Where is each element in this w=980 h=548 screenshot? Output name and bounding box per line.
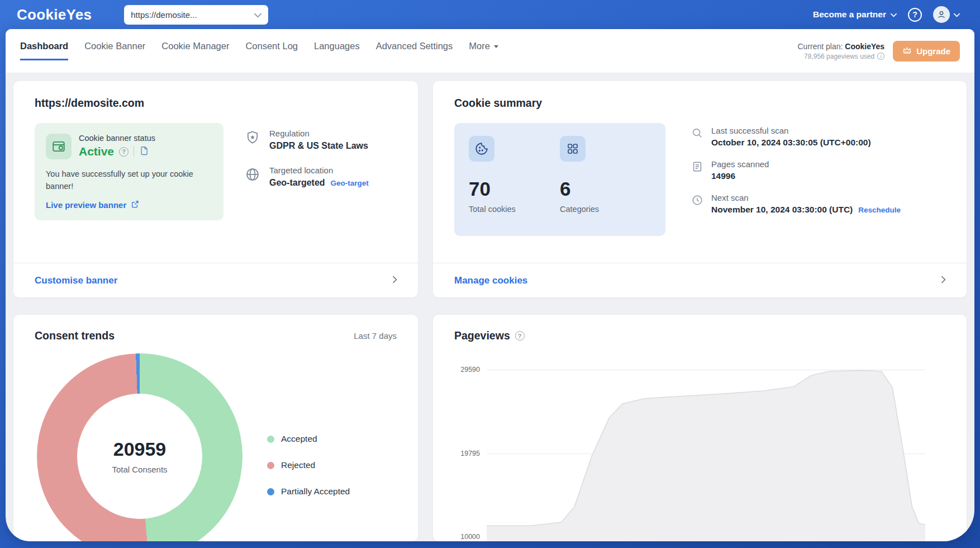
legend-rejected: Rejected (267, 460, 350, 470)
consent-trends-title: Consent trends (35, 329, 115, 342)
become-partner-link[interactable]: Become a partner (813, 10, 897, 20)
become-partner-label: Become a partner (813, 10, 886, 20)
categories-value: 6 (560, 178, 651, 200)
pageviews-help-icon[interactable] (515, 331, 525, 341)
total-cookies-value: 70 (469, 178, 560, 200)
rejected-label: Rejected (281, 460, 315, 470)
next-scan-row: Next scan November 10, 2024 03:30:00 (UT… (691, 193, 901, 215)
tab-more[interactable]: More (469, 41, 498, 60)
account-menu[interactable] (933, 6, 960, 23)
chevron-right-icon[interactable] (389, 274, 400, 287)
pages-scanned-row: Pages scanned 14996 (691, 159, 901, 181)
pages-scanned-label: Pages scanned (711, 159, 769, 169)
chevron-right-icon[interactable] (938, 274, 949, 287)
location-value: Geo-targeted (269, 178, 325, 188)
last-scan-value: October 10, 2024 03:30:05 (UTC+00:00) (711, 138, 871, 148)
cookie-banner-icon (46, 134, 72, 159)
manage-cookies-link[interactable]: Manage cookies (454, 275, 527, 286)
categories-stat: 6 Categories (560, 136, 651, 223)
app-panel: Dashboard Cookie Banner Cookie Manager C… (6, 29, 974, 541)
topbar-right: Become a partner (813, 6, 963, 23)
y-tick: 19795 (454, 450, 480, 457)
tab-cookie-manager[interactable]: Cookie Manager (161, 41, 229, 60)
info-icon[interactable] (877, 53, 884, 60)
regulation-value: GDPR & US State Laws (269, 141, 368, 151)
donut-center: 20959 Total Consents (77, 394, 202, 519)
scan-report-icon[interactable] (139, 145, 150, 158)
y-tick: 10000 (454, 533, 480, 541)
cookie-summary-footer: Manage cookies (433, 263, 967, 297)
help-icon[interactable] (908, 8, 922, 22)
dashboard-content: https://demosite.com Cookie banner statu… (6, 73, 974, 541)
rejected-dot (267, 462, 274, 469)
accepted-label: Accepted (281, 434, 317, 444)
pageviews-card: Pageviews 29590 19795 10000 (433, 315, 967, 541)
site-selector-dropdown[interactable]: https://demosite... (124, 5, 268, 25)
geo-target-link[interactable]: Geo-target (331, 179, 369, 187)
main-nav: Dashboard Cookie Banner Cookie Manager C… (6, 29, 974, 73)
total-consents-value: 20959 (113, 438, 166, 460)
total-cookies-label: Total cookies (469, 205, 560, 214)
location-label: Targeted location (269, 166, 369, 175)
tab-cookie-banner[interactable]: Cookie Banner (84, 41, 145, 60)
pageviews-chart: 29590 19795 10000 (454, 357, 945, 541)
consent-legend: Accepted Rejected Partially Accepted (267, 434, 350, 541)
cookie-summary-card: Cookie summary 70 Total cookies 6 (433, 81, 967, 297)
tab-advanced-settings[interactable]: Advanced Settings (376, 41, 453, 60)
next-scan-label: Next scan (711, 193, 901, 202)
plan-name: CookieYes (845, 42, 884, 51)
chevron-down-icon (254, 10, 261, 20)
plan-label: Current plan: (798, 42, 843, 51)
topbar: CookieYes https://demosite... Become a p… (0, 0, 980, 29)
pageviews-chart-svg (487, 357, 925, 541)
site-overview-card: https://demosite.com Cookie banner statu… (13, 81, 418, 297)
status-message: You have successfully set up your cookie… (46, 168, 196, 193)
chevron-down-icon (954, 10, 960, 20)
regulation-row: Regulation GDPR & US State Laws (245, 129, 369, 151)
pageviews-used: 78,956 pageviews used (798, 53, 885, 60)
upgrade-label: Upgrade (916, 46, 950, 56)
app-logo: CookieYes (17, 6, 92, 23)
external-link-icon (131, 200, 140, 210)
live-preview-label: Live preview banner (46, 200, 126, 210)
pages-scanned-value: 14996 (711, 171, 769, 181)
upgrade-button[interactable]: Upgrade (893, 41, 960, 62)
caret-down-icon (494, 45, 498, 48)
consent-donut: 20959 Total Consents (37, 353, 242, 541)
consent-trends-card: Consent trends Last 7 days 20959 Total C… (13, 315, 418, 541)
next-scan-value: November 10, 2024 03:30:00 (UTC) (711, 205, 853, 215)
document-icon (691, 160, 703, 181)
legend-partially-accepted: Partially Accepted (267, 486, 350, 497)
customise-banner-link[interactable]: Customise banner (35, 275, 117, 286)
site-selector-value: https://demosite... (131, 10, 197, 20)
clock-icon (691, 194, 703, 215)
last-scan-row: Last successful scan October 10, 2024 03… (691, 126, 901, 148)
banner-status-value: Active (79, 145, 114, 158)
tab-languages[interactable]: Languages (314, 41, 360, 60)
shield-regulation-icon (245, 130, 260, 151)
crown-icon (902, 46, 912, 56)
live-preview-link[interactable]: Live preview banner (46, 200, 212, 210)
site-url-title: https://demosite.com (35, 97, 397, 110)
tab-dashboard[interactable]: Dashboard (20, 41, 68, 60)
pageviews-used-label: 78,956 pageviews used (804, 53, 874, 60)
reschedule-link[interactable]: Reschedule (858, 206, 901, 214)
cookie-icon (469, 136, 494, 162)
accepted-dot (267, 436, 274, 443)
targeted-location-row: Targeted location Geo-targeted Geo-targe… (245, 166, 369, 188)
site-card-footer: Customise banner (13, 263, 418, 297)
legend-accepted: Accepted (267, 434, 350, 444)
status-help-icon[interactable] (119, 147, 129, 157)
cookie-summary-title: Cookie summary (454, 97, 945, 110)
nav-right: Current plan: CookieYes 78,956 pageviews… (798, 41, 960, 62)
tab-more-label: More (469, 41, 490, 51)
partially-accepted-label: Partially Accepted (281, 486, 350, 497)
globe-location-icon (245, 167, 260, 188)
tab-consent-log[interactable]: Consent Log (245, 41, 298, 60)
site-meta: Regulation GDPR & US State Laws Targeted… (245, 129, 369, 220)
period-label: Last 7 days (354, 331, 397, 341)
pageviews-title: Pageviews (454, 329, 510, 342)
magnifier-icon (691, 127, 703, 148)
nav-tabs: Dashboard Cookie Banner Cookie Manager C… (20, 29, 498, 73)
categories-label: Categories (560, 205, 651, 214)
